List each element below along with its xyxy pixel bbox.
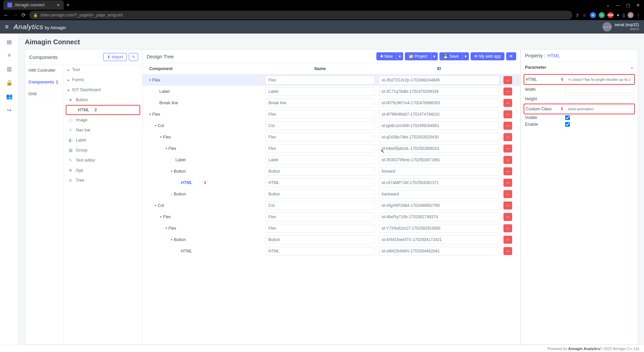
tree-row[interactable]: ▾Col− [143, 200, 520, 211]
name-input[interactable] [265, 247, 375, 255]
rail-icon-lock[interactable]: 🔒 [6, 79, 13, 86]
delete-button[interactable]: − [503, 179, 512, 187]
id-input[interactable] [379, 235, 499, 244]
id-input[interactable] [379, 110, 499, 119]
tree-caret-icon[interactable]: ▾ [155, 203, 156, 207]
tree-row[interactable]: ▾Flex− [143, 143, 520, 154]
component-item-text-editor[interactable]: ✎Text editor [64, 155, 142, 165]
tree-row[interactable]: ▾Flex− [143, 211, 520, 223]
delete-button[interactable]: − [503, 236, 512, 244]
delete-button[interactable]: − [503, 76, 512, 84]
delete-button[interactable]: − [503, 144, 512, 153]
component-item-label[interactable]: ◧Label [64, 135, 142, 145]
rail-icon-users[interactable]: 👥 [6, 93, 13, 100]
tree-row[interactable]: Label− [143, 86, 520, 97]
chevron-down-icon[interactable]: ⌄ [606, 3, 610, 8]
id-input[interactable] [379, 167, 499, 176]
delete-button[interactable]: − [503, 247, 512, 255]
delete-button[interactable]: − [503, 224, 512, 232]
delete-button[interactable]: − [503, 213, 512, 221]
parameter-header[interactable]: Parameter ⌄ [521, 62, 638, 73]
name-input[interactable] [265, 121, 375, 130]
close-icon[interactable]: ✕ [636, 3, 640, 8]
abp-ext-icon[interactable]: ABP [607, 12, 613, 18]
star-icon[interactable]: ☆ [583, 13, 587, 18]
tab-components[interactable]: Components1 [25, 76, 63, 88]
forward-icon[interactable]: → [13, 12, 18, 18]
id-input[interactable] [379, 178, 499, 187]
rail-icon-server[interactable]: ▥ [7, 66, 12, 72]
edit-button[interactable]: ✎ [129, 53, 138, 61]
component-group[interactable]: ▸IOT Dashboard [64, 85, 142, 95]
component-item-image[interactable]: ▢Image [64, 115, 142, 125]
tree-row[interactable]: ▾Button− [143, 166, 520, 177]
tree-caret-icon[interactable]: ▾ [160, 135, 162, 139]
save-button[interactable]: 💾 Save [439, 52, 462, 60]
param-input[interactable] [566, 76, 633, 83]
minimize-icon[interactable]: — [616, 3, 620, 8]
name-input[interactable] [265, 213, 375, 221]
tree-row[interactable]: Label− [143, 154, 520, 166]
id-input[interactable] [379, 201, 499, 210]
mywebapp-button[interactable]: ✉ My web app [471, 52, 504, 60]
kebab-icon[interactable]: ⋮ [636, 13, 641, 18]
maximize-icon[interactable]: ▢ [626, 3, 630, 8]
tree-row[interactable]: ▾Flex− [143, 74, 520, 86]
id-input[interactable] [379, 213, 499, 221]
component-item-button[interactable]: ■Button [64, 95, 142, 105]
id-input[interactable] [379, 144, 499, 153]
delete-button[interactable]: − [503, 133, 512, 141]
id-input[interactable] [379, 87, 499, 96]
save-dropdown[interactable]: ▾ [462, 52, 469, 60]
translate-ext-icon[interactable]: G [590, 12, 596, 18]
name-input[interactable] [265, 76, 375, 84]
id-input[interactable] [379, 99, 499, 107]
back-icon[interactable]: ← [3, 12, 9, 18]
tree-caret-icon[interactable]: ▾ [165, 226, 167, 230]
name-input[interactable] [265, 110, 375, 119]
tree-row[interactable]: HTML3− [143, 177, 520, 188]
tree-row[interactable]: HTML− [143, 245, 520, 257]
rail-icon-page[interactable]: ▤ [7, 39, 12, 45]
param-checkbox[interactable] [565, 122, 570, 127]
name-input[interactable] [265, 133, 375, 141]
id-input[interactable] [379, 190, 499, 198]
name-input[interactable] [265, 235, 375, 244]
new-tab-button[interactable]: + [64, 2, 72, 8]
share-icon[interactable]: ⇪ [576, 13, 579, 18]
id-input[interactable] [379, 247, 499, 255]
tree-caret-icon[interactable]: ▾ [155, 124, 156, 127]
import-button[interactable]: ⬇Import [103, 53, 127, 61]
tree-caret-icon[interactable]: ▾ [149, 112, 151, 116]
menu-icon[interactable]: ≡ [5, 23, 9, 31]
component-group[interactable]: ▸Tool [64, 65, 142, 75]
delete-button[interactable]: − [503, 156, 512, 164]
param-checkbox[interactable] [565, 115, 570, 120]
id-input[interactable] [379, 121, 499, 130]
component-item-group[interactable]: ▦Group [64, 145, 142, 155]
tree-row[interactable]: ▾Flex− [143, 131, 520, 143]
puzzle-icon[interactable]: ✦ [616, 13, 620, 18]
profile-avatar-icon[interactable]: S [628, 12, 634, 18]
delete-button[interactable]: − [503, 167, 512, 175]
component-item-nav-bar[interactable]: ≡Nav bar [64, 125, 142, 135]
param-input[interactable] [565, 95, 634, 103]
delete-button[interactable]: − [503, 87, 512, 96]
id-input[interactable] [379, 76, 499, 84]
address-bar[interactable]: 🔒 bidev.aimagin.com/?_pageId=_page_amgcn… [29, 11, 572, 19]
id-input[interactable] [379, 133, 499, 141]
name-input[interactable] [265, 178, 375, 187]
tree-row[interactable]: ▹Button− [143, 188, 520, 200]
rail-icon-db[interactable]: ≡ [8, 52, 11, 58]
name-input[interactable] [265, 87, 375, 96]
tab-close-icon[interactable]: × [57, 2, 60, 8]
tree-caret-icon[interactable]: ▾ [171, 169, 172, 173]
preview-button[interactable]: 👁 [506, 52, 516, 60]
rail-icon-exit[interactable]: ↪ [7, 107, 11, 113]
reload-icon[interactable]: ⟳ [21, 12, 26, 18]
delete-button[interactable]: − [503, 110, 512, 118]
component-item-html[interactable]: HTML2 [66, 105, 140, 115]
grammarly-ext-icon[interactable]: G [599, 12, 605, 18]
tab-grid[interactable]: Grid [25, 88, 63, 100]
user-area[interactable]: 12 x S senal (esp32) admin [602, 22, 639, 32]
